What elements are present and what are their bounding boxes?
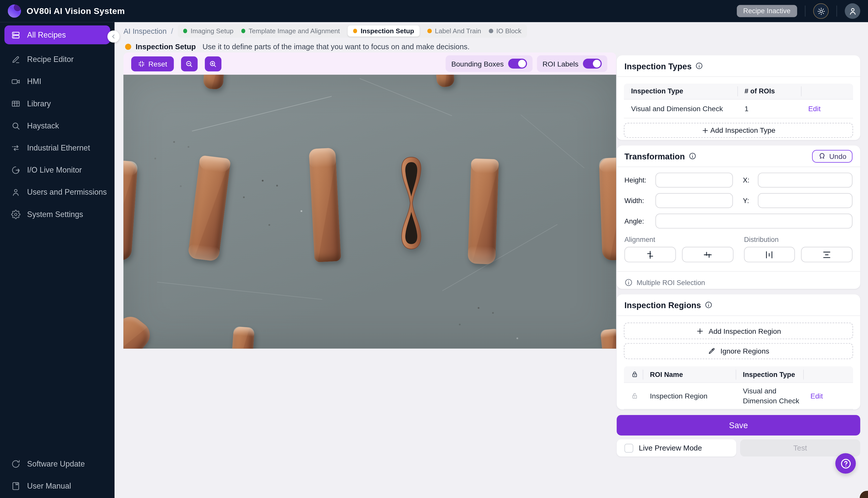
live-preview-group: Live Preview Mode [617, 440, 736, 457]
save-button[interactable]: Save [617, 415, 860, 435]
roi-name: Inspection Region [643, 392, 736, 400]
sidebar-item-label: System Settings [27, 210, 83, 219]
copper-clip [123, 159, 138, 261]
inspection-type-row: Visual and Dimension Check 1 Edit [624, 100, 853, 118]
height-input[interactable] [655, 173, 733, 187]
roi-labels-switch[interactable] [583, 58, 602, 68]
sidebar-item-io-live-monitor[interactable]: I/O Live Monitor [0, 159, 115, 181]
step-inspection-setup[interactable]: Inspection Setup [348, 25, 420, 37]
book-icon [11, 481, 21, 490]
sidebar-item-user-manual[interactable]: User Manual [0, 475, 115, 497]
breadcrumb-root[interactable]: AI Inspection [123, 27, 167, 35]
workflow-stepper: Imaging Setup Template Image and Alignme… [177, 24, 527, 38]
copper-clip [600, 328, 616, 349]
edit-roi-link[interactable]: Edit [803, 392, 853, 400]
info-icon[interactable] [695, 62, 703, 70]
align-horizontal-center-button[interactable] [624, 247, 675, 262]
copper-clip [231, 326, 254, 349]
copper-clip [308, 148, 341, 262]
info-icon[interactable] [689, 152, 697, 160]
sidebar-item-haystack[interactable]: Haystack [0, 115, 115, 136]
step-banner: Inspection Setup Use it to define parts … [125, 40, 470, 53]
sidebar-item-industrial-ethernet[interactable]: Industrial Ethernet [0, 136, 115, 159]
ignore-regions-button[interactable]: Ignore Regions [624, 343, 853, 359]
column-header: # of ROIs [737, 86, 801, 96]
step-status-dot [489, 29, 493, 33]
x-input[interactable] [758, 173, 853, 187]
bounding-boxes-switch[interactable] [508, 58, 527, 68]
network-arrows-icon [11, 143, 21, 153]
column-header: Inspection Type [624, 87, 737, 95]
sun-icon [817, 7, 825, 15]
zoom-in-button[interactable] [205, 56, 221, 71]
lock-icon [624, 370, 643, 378]
distribute-horizontal-button[interactable] [744, 247, 795, 262]
column-header: Inspection Type [736, 369, 803, 379]
chevron-left-icon [110, 33, 117, 40]
plus-icon [701, 127, 709, 134]
refresh-icon [11, 459, 21, 468]
roi-table-header: ROI Name Inspection Type [624, 366, 853, 383]
sidebar-item-recipe-editor[interactable]: Recipe Editor [0, 48, 115, 70]
sidebar-item-library[interactable]: Library [0, 92, 115, 115]
copper-clip [435, 75, 455, 88]
copper-clip [599, 157, 616, 260]
zoom-out-button[interactable] [181, 56, 197, 71]
sidebar-item-all-recipes[interactable]: All Recipes [4, 25, 110, 44]
help-button[interactable] [835, 453, 856, 474]
roi-row: Inspection Region Visual and Dimension C… [624, 383, 853, 410]
recipe-status-badge: Recipe Inactive [737, 5, 797, 17]
sidebar-item-users-permissions[interactable]: Users and Permissions [0, 181, 115, 203]
multiple-roi-note: Multiple ROI Selection [624, 278, 853, 287]
reset-view-button[interactable]: Reset [131, 56, 174, 71]
add-inspection-type-button[interactable]: Add Inspection Type [624, 123, 853, 138]
info-icon [624, 278, 633, 287]
step-status-dot [353, 29, 357, 33]
search-icon [11, 121, 21, 130]
roi-labels-toggle-group: ROI Labels [537, 55, 607, 72]
step-status-dot [241, 29, 245, 33]
step-template-image-alignment[interactable]: Template Image and Alignment [241, 27, 340, 35]
undo-button[interactable]: Undo [812, 150, 853, 162]
distribute-vertical-button[interactable] [801, 247, 853, 262]
sidebar-item-system-settings[interactable]: System Settings [0, 203, 115, 225]
sidebar-item-label: Users and Permissions [27, 187, 107, 196]
step-banner-title: Inspection Setup [135, 42, 196, 51]
edit-inspection-type-link[interactable]: Edit [801, 105, 853, 113]
inspection-types-title: Inspection Types [624, 61, 692, 70]
app-logo-icon [8, 4, 21, 17]
sidebar-item-hmi[interactable]: HMI [0, 70, 115, 92]
x-label: X: [743, 176, 758, 184]
sidebar-item-label: Recipe Editor [27, 55, 74, 64]
sidebar-item-software-update[interactable]: Software Update [0, 453, 115, 475]
copper-clip [123, 312, 155, 349]
unlock-icon[interactable] [624, 392, 643, 400]
add-inspection-region-button[interactable]: Add Inspection Region [624, 323, 853, 339]
step-io-block[interactable]: IO Block [489, 27, 521, 35]
step-banner-description: Use it to define parts of the image that… [202, 42, 470, 51]
step-label-and-train[interactable]: Label And Train [428, 27, 481, 35]
y-input[interactable] [758, 193, 853, 208]
sidebar-item-label: Industrial Ethernet [27, 143, 90, 152]
theme-toggle-button[interactable] [813, 3, 829, 19]
y-label: Y: [743, 197, 758, 205]
highlighter-icon [708, 347, 716, 355]
sidebar-item-label: All Recipes [27, 30, 66, 39]
alignment-label: Alignment [624, 236, 744, 244]
user-avatar[interactable] [845, 3, 860, 19]
width-input[interactable] [655, 193, 733, 208]
inspection-image-canvas[interactable] [123, 75, 616, 349]
roi-count: 1 [737, 105, 801, 113]
info-icon[interactable] [705, 301, 713, 309]
undo-icon [818, 152, 826, 160]
header-divider [837, 5, 837, 17]
sidebar-collapse-button[interactable] [107, 30, 120, 43]
step-imaging-setup[interactable]: Imaging Setup [183, 27, 234, 35]
align-vertical-center-button[interactable] [682, 247, 733, 262]
angle-input[interactable] [655, 213, 852, 228]
distribute-horizontal-icon [765, 250, 774, 259]
top-bar: OV80i AI Vision System Recipe Inactive [0, 0, 868, 22]
live-preview-checkbox[interactable] [624, 443, 633, 452]
toggle-label: Bounding Boxes [451, 60, 504, 68]
magnifier-plus-icon [209, 60, 217, 68]
